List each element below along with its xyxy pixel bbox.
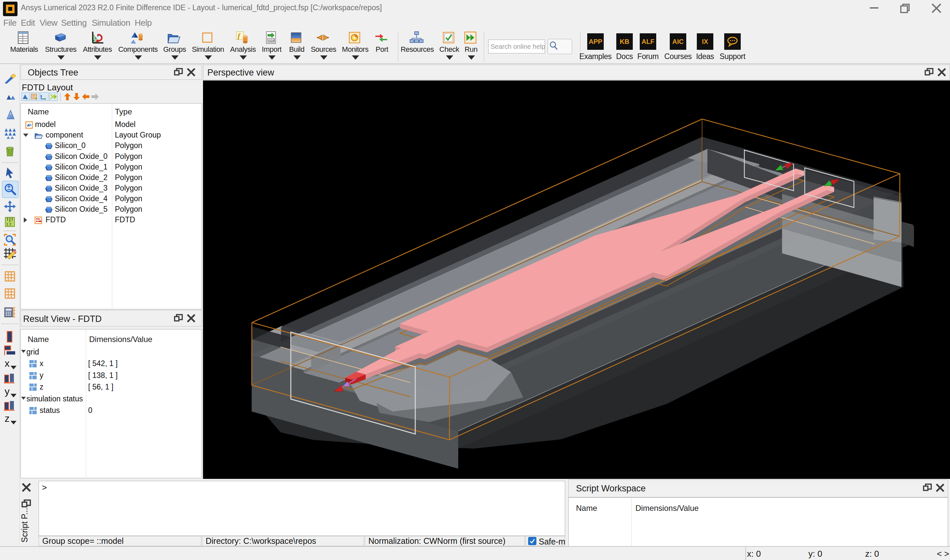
svg-text:1 2: 1 2: [6, 222, 11, 226]
svg-text:+: +: [26, 96, 28, 101]
svg-text:+: +: [44, 96, 46, 101]
svg-text:GDS: GDS: [268, 39, 275, 42]
svg-text:+: +: [35, 96, 38, 101]
